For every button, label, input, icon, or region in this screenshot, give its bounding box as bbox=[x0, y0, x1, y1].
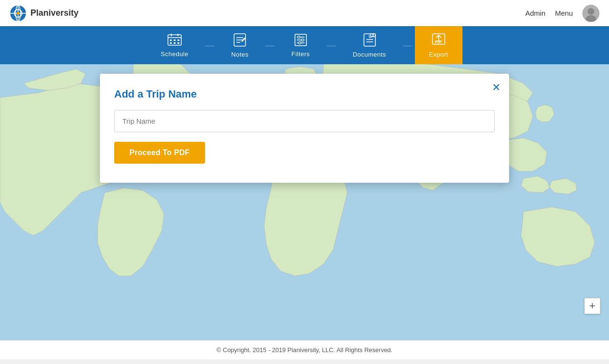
svg-point-7 bbox=[588, 8, 594, 15]
nav-sep-3: — bbox=[324, 40, 338, 50]
nav-item-schedule[interactable]: Schedule bbox=[147, 26, 203, 64]
svg-point-29 bbox=[298, 41, 301, 44]
menu-link[interactable]: Menu bbox=[555, 9, 573, 17]
modal-close-button[interactable]: ✕ bbox=[492, 82, 501, 93]
modal-overlay: Add a Trip Name ✕ Proceed To PDF bbox=[0, 64, 609, 340]
filters-label: Filters bbox=[291, 50, 310, 58]
map-container: Add a Trip Name ✕ Proceed To PDF + bbox=[0, 64, 609, 340]
svg-rect-14 bbox=[174, 39, 176, 41]
modal-title: Add a Trip Name bbox=[114, 88, 495, 100]
documents-label: Documents bbox=[353, 51, 386, 58]
notes-label: Notes bbox=[231, 51, 248, 58]
svg-rect-17 bbox=[174, 42, 176, 44]
schedule-icon bbox=[167, 33, 182, 49]
svg-rect-18 bbox=[177, 42, 179, 44]
header-right: Admin Menu bbox=[525, 5, 599, 22]
avatar[interactable] bbox=[582, 5, 599, 22]
footer-copyright: © Copyright. 2015 - 2019 Planiversity, L… bbox=[216, 346, 393, 354]
proceed-to-pdf-button[interactable]: Proceed To PDF bbox=[114, 142, 205, 164]
nav-item-export[interactable]: PDF Export bbox=[415, 26, 463, 64]
nav-item-documents[interactable]: Documents bbox=[338, 26, 400, 64]
logo-icon bbox=[10, 5, 27, 22]
nav-sep-4: — bbox=[401, 40, 415, 50]
documents-icon bbox=[363, 33, 376, 49]
admin-link[interactable]: Admin bbox=[525, 9, 546, 17]
schedule-label: Schedule bbox=[161, 50, 188, 58]
svg-point-28 bbox=[301, 39, 304, 41]
filters-icon bbox=[294, 33, 307, 49]
logo-area[interactable]: Planiversity bbox=[10, 5, 79, 22]
svg-rect-13 bbox=[170, 39, 172, 41]
trip-name-input[interactable] bbox=[114, 110, 495, 132]
svg-point-5 bbox=[17, 12, 20, 15]
add-trip-modal: Add a Trip Name ✕ Proceed To PDF bbox=[100, 74, 509, 183]
nav-sep-2: — bbox=[263, 40, 277, 50]
svg-rect-15 bbox=[177, 39, 179, 41]
export-icon: PDF bbox=[431, 33, 446, 49]
export-label: Export bbox=[429, 51, 449, 58]
nav-item-filters[interactable]: Filters bbox=[277, 26, 324, 64]
app-name: Planiversity bbox=[30, 8, 79, 18]
nav-sep-1: — bbox=[203, 40, 217, 50]
nav-item-notes[interactable]: Notes bbox=[217, 26, 263, 64]
notes-icon bbox=[233, 33, 246, 49]
svg-rect-16 bbox=[170, 42, 172, 44]
main-navbar: Schedule — Notes — bbox=[0, 26, 609, 64]
app-header: Planiversity Admin Menu bbox=[0, 0, 609, 26]
svg-text:PDF: PDF bbox=[435, 40, 442, 44]
page-footer: © Copyright. 2015 - 2019 Planiversity, L… bbox=[0, 340, 609, 359]
zoom-plus-button[interactable]: + bbox=[584, 298, 600, 314]
svg-point-27 bbox=[297, 36, 300, 38]
